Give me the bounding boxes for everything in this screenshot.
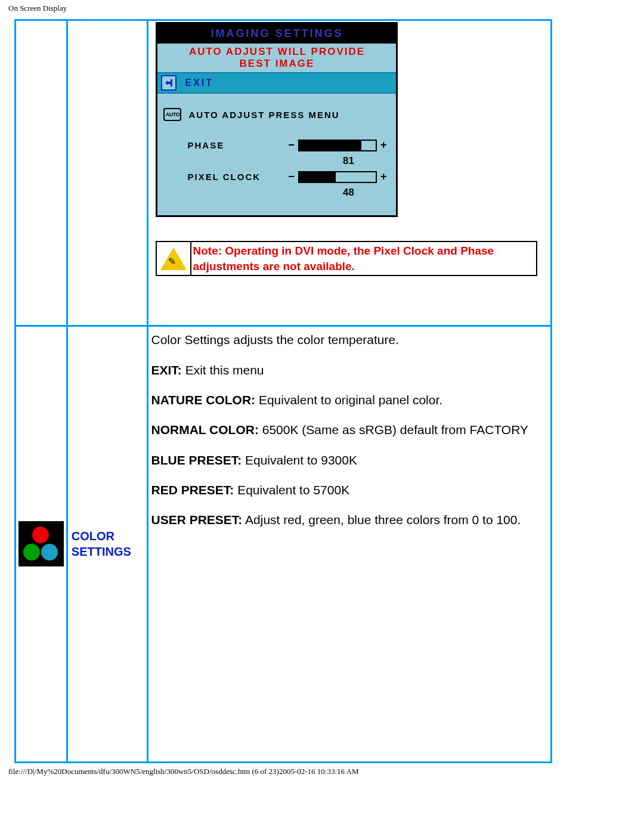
note-text-cell: Note: Operating in DVI mode, the Pixel C…: [191, 241, 537, 275]
color-blue-line: BLUE PRESET: Equivalent to 9300K: [151, 452, 546, 469]
color-label-cell: COLOR SETTINGS: [67, 326, 148, 762]
red-dot-icon: [32, 527, 49, 543]
plus-icon: +: [380, 139, 387, 151]
phase-slider[interactable]: [298, 140, 377, 151]
osd-pixelclock-label: PIXEL CLOCK: [163, 172, 284, 182]
color-description: Color Settings adjusts the color tempera…: [150, 328, 549, 760]
warning-icon: [160, 247, 187, 270]
osd-auto-adjust-row[interactable]: AUTO AUTO ADJUST PRESS MENU: [163, 108, 390, 121]
osd-header: IMAGING SETTINGS: [157, 24, 396, 44]
osd-title: IMAGING SETTINGS: [210, 27, 343, 39]
osd-subtitle-line2: BEST IMAGE: [157, 58, 396, 72]
color-desc-cell: Color Settings adjusts the color tempera…: [148, 326, 552, 762]
phase-slider-fill: [299, 141, 361, 150]
pixelclock-slider[interactable]: [298, 171, 377, 183]
phase-value: 81: [163, 155, 390, 167]
osd-exit-row[interactable]: EXIT: [157, 72, 396, 94]
plus-icon: +: [380, 171, 387, 183]
osd-auto-adjust-label: AUTO ADJUST PRESS MENU: [188, 110, 339, 120]
note-box: Note: Operating in DVI mode, the Pixel C…: [156, 241, 537, 276]
minus-icon: −: [288, 171, 295, 183]
osd-phase-row[interactable]: PHASE − +: [163, 139, 390, 151]
osd-pixelclock-row[interactable]: PIXEL CLOCK − +: [163, 171, 390, 183]
page-footer: file:///D|/My%20Documents/dfu/300WN5/eng…: [0, 763, 644, 780]
note-text: Note: Operating in DVI mode, the Pixel C…: [193, 243, 535, 274]
osd-exit-label: EXIT: [185, 78, 213, 88]
row1-content-cell: IMAGING SETTINGS AUTO ADJUST WILL PROVID…: [148, 20, 552, 326]
color-icon-cell: [16, 326, 67, 762]
color-settings-icon: [18, 521, 64, 566]
pixelclock-slider-fill: [299, 172, 336, 182]
color-exit-line: EXIT: Exit this menu: [151, 362, 546, 379]
content-table: IMAGING SETTINGS AUTO ADJUST WILL PROVID…: [14, 19, 552, 763]
osd-phase-label: PHASE: [163, 140, 284, 150]
exit-icon: [161, 75, 177, 91]
svg-rect-0: [171, 79, 172, 86]
auto-icon: AUTO: [163, 108, 181, 121]
row1-col1-empty: [16, 20, 67, 326]
blue-dot-icon: [41, 544, 58, 561]
pixelclock-value: 48: [163, 187, 390, 199]
warning-icon-cell: [156, 241, 191, 275]
color-red-line: RED PRESET: Equivalent to 5700K: [151, 482, 546, 498]
color-user-line: USER PRESET: Adjust red, green, blue thr…: [151, 512, 546, 528]
row1-col2-empty: [67, 20, 148, 326]
page-header: On Screen Display: [0, 0, 644, 16]
color-nature-line: NATURE COLOR: Equivalent to original pan…: [151, 392, 546, 408]
color-intro: Color Settings adjusts the color tempera…: [151, 332, 546, 348]
color-normal-line: NORMAL COLOR: 6500K (Same as sRGB) defau…: [151, 422, 546, 438]
green-dot-icon: [23, 544, 40, 561]
osd-subtitle-line1: AUTO ADJUST WILL PROVIDE: [157, 44, 396, 58]
color-section-label: COLOR SETTINGS: [69, 528, 146, 559]
minus-icon: −: [288, 139, 295, 151]
osd-panel: IMAGING SETTINGS AUTO ADJUST WILL PROVID…: [156, 22, 398, 217]
